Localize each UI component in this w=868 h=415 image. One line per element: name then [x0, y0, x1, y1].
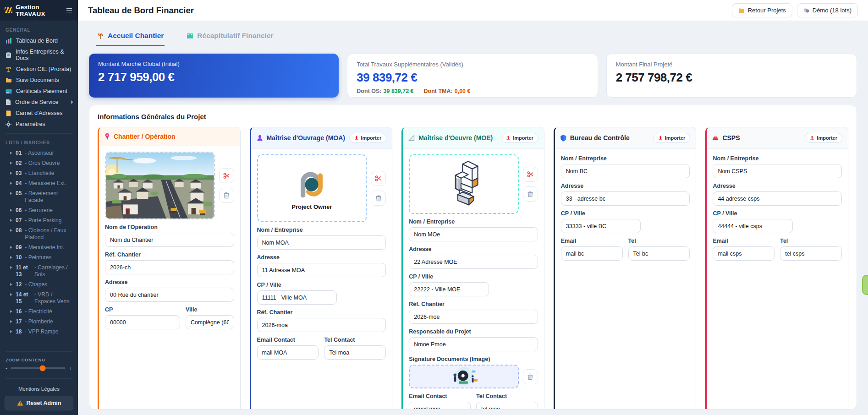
aerial-construction-site-image	[106, 153, 214, 218]
stat-card-montant-final: Montant Final Projeté 2 757 798,72 €	[606, 54, 857, 98]
moa-adresse-input[interactable]	[257, 263, 386, 277]
crop-logo-button[interactable]	[523, 167, 538, 182]
zoom-slider-thumb[interactable]	[39, 365, 45, 371]
card-title: Maîtrise d'Ouvrage (MOA)	[267, 134, 346, 142]
card-title: CSPS	[722, 134, 801, 142]
sidebar-lot-02[interactable]: 02- Gros Oeuvre	[0, 158, 78, 168]
sidebar-lot-07[interactable]: 07- Porte Parking	[0, 215, 78, 225]
nom-operation-input[interactable]	[105, 233, 234, 247]
sidebar-lot-08[interactable]: 08- Cloisons / Faux Plafond	[0, 225, 78, 242]
moe-adresse-input[interactable]	[409, 255, 538, 269]
sidebar-lot-09[interactable]: 09- Menuiserie Int.	[0, 242, 78, 252]
delete-logo-button[interactable]	[371, 191, 386, 206]
sidebar-item-carnet-adresses[interactable]: Carnet d'Adresses	[0, 108, 78, 119]
topbar-actions: Retour Projets Démo (18 lots)	[732, 3, 858, 17]
tab-recapitulatif-financier[interactable]: Récapitulatif Financier	[186, 26, 274, 46]
mentions-legales-link[interactable]: Mentions Légales	[0, 382, 78, 396]
bc-nom-input[interactable]	[561, 164, 690, 178]
sidebar-item-gestion-cie[interactable]: Gestion CIE (Prorata)	[0, 64, 78, 75]
zoom-out-button[interactable]: -	[5, 365, 7, 371]
zoom-in-button[interactable]: +	[69, 365, 72, 371]
moe-responsable-input[interactable]	[409, 337, 538, 351]
csps-nom-input[interactable]	[713, 164, 842, 178]
sidebar-item-ordre-de-service[interactable]: Ordre de Service	[0, 97, 78, 108]
importer-moa-button[interactable]: Importer	[349, 133, 387, 143]
delete-signature-button[interactable]	[523, 369, 538, 384]
ref-chantier-input[interactable]	[105, 260, 234, 274]
moe-email-input[interactable]	[409, 402, 471, 410]
edge-panel-handle[interactable]	[862, 275, 868, 295]
field-label: Email	[561, 238, 623, 244]
bc-tel-input[interactable]	[628, 246, 690, 261]
signature-image-box[interactable]	[409, 365, 519, 388]
adresse-input[interactable]	[105, 288, 234, 302]
moa-ref-input[interactable]	[257, 318, 386, 332]
reset-admin-button[interactable]: Reset Admin	[5, 396, 73, 410]
sidebar-divider	[5, 133, 72, 134]
sidebar-item-label: Suivi Documents	[16, 77, 73, 83]
sidebar-lot-06[interactable]: 06- Serrurerie	[0, 205, 78, 215]
sidebar-lot-12[interactable]: 12- Chapes	[0, 279, 78, 289]
moe-cpville-input[interactable]	[409, 282, 489, 296]
moa-cpville-input[interactable]	[257, 290, 337, 305]
tab-accueil-chantier[interactable]: Accueil Chantier	[96, 26, 165, 46]
bc-email-input[interactable]	[561, 246, 623, 261]
demo-button[interactable]: Démo (18 lots)	[797, 3, 858, 17]
csps-email-input[interactable]	[713, 246, 775, 261]
sidebar-lot-18[interactable]: 18- VPP Rampe	[0, 327, 78, 337]
moa-email-input[interactable]	[257, 345, 319, 360]
csps-adresse-input[interactable]	[713, 191, 842, 206]
crop-image-button[interactable]	[219, 168, 234, 183]
warning-triangle-icon	[17, 400, 23, 406]
moe-logo-box[interactable]	[409, 154, 519, 214]
sidebar-item-tableau-de-bord[interactable]: Tableau de Bord	[0, 35, 78, 46]
clipboard-icon	[5, 52, 11, 58]
csps-tel-input[interactable]	[780, 246, 842, 261]
importer-moe-button[interactable]: Importer	[501, 133, 538, 143]
importer-csps-button[interactable]: Importer	[805, 133, 842, 143]
sidebar-lot-03[interactable]: 03- Etanchéité	[0, 168, 78, 178]
csps-cpville-input[interactable]	[713, 219, 793, 233]
field-label: Nom / Entreprise	[409, 218, 538, 225]
crop-logo-button[interactable]	[371, 171, 386, 186]
stat-label: Montant Marché Global (Initial)	[98, 60, 330, 67]
sidebar-lot-11-13[interactable]: 11 et 13- Carrelages / Sols	[0, 262, 78, 279]
delete-logo-button[interactable]	[523, 186, 538, 202]
moe-tel-input[interactable]	[476, 402, 538, 410]
moa-tel-input[interactable]	[324, 345, 386, 360]
ville-input[interactable]	[186, 315, 234, 329]
delete-image-button[interactable]	[219, 188, 234, 203]
moe-nom-input[interactable]	[409, 227, 538, 241]
importer-bc-button[interactable]: Importer	[653, 133, 691, 143]
sidebar-item-suivi-documents[interactable]: Suivi Documents	[0, 75, 78, 86]
upload-icon	[658, 136, 663, 141]
sidebar-lot-16[interactable]: 16- Electricité	[0, 306, 78, 317]
chantier-photo[interactable]	[105, 152, 215, 219]
sidebar-item-label: Paramètres	[16, 121, 73, 127]
moa-nom-input[interactable]	[257, 235, 386, 250]
sidebar-lot-05[interactable]: 05- Revetement Facade	[0, 188, 78, 205]
moe-ref-input[interactable]	[409, 310, 538, 324]
sidebar-lot-04[interactable]: 04- Menuiserie Ext.	[0, 178, 78, 188]
scissors-icon	[223, 172, 230, 179]
moa-logo-box[interactable]: Project Owner	[257, 154, 367, 222]
ledger-book-icon	[187, 33, 193, 39]
sidebar-lot-01[interactable]: 01- Ascenseur	[0, 148, 78, 158]
bc-cpville-input[interactable]	[561, 219, 641, 233]
reset-admin-label: Reset Admin	[27, 400, 61, 406]
sidebar-lot-17[interactable]: 17- Plomberie	[0, 317, 78, 327]
trash-icon	[527, 373, 533, 380]
shield-icon	[560, 135, 566, 142]
sidebar-lot-14-15[interactable]: 14 et 15- VRD / Espaces Verts	[0, 289, 78, 306]
sidebar-item-parametres[interactable]: Paramètres	[0, 119, 78, 130]
hamburger-icon[interactable]	[65, 7, 73, 14]
sidebar-lot-10[interactable]: 10- Peintures	[0, 252, 78, 262]
sidebar-item-certificats-paiement[interactable]: Certificats Paiement	[0, 86, 78, 97]
card-header: CSPS Importer	[707, 127, 848, 149]
sidebar-item-infos-entreprises[interactable]: Infos Entreprises & Docs	[0, 46, 78, 64]
cp-input[interactable]	[105, 315, 180, 329]
bc-adresse-input[interactable]	[561, 191, 690, 206]
retour-projets-button[interactable]: Retour Projets	[732, 3, 792, 17]
zoom-slider[interactable]	[11, 367, 66, 369]
sidebar-item-label: Infos Entreprises & Docs	[16, 49, 73, 61]
